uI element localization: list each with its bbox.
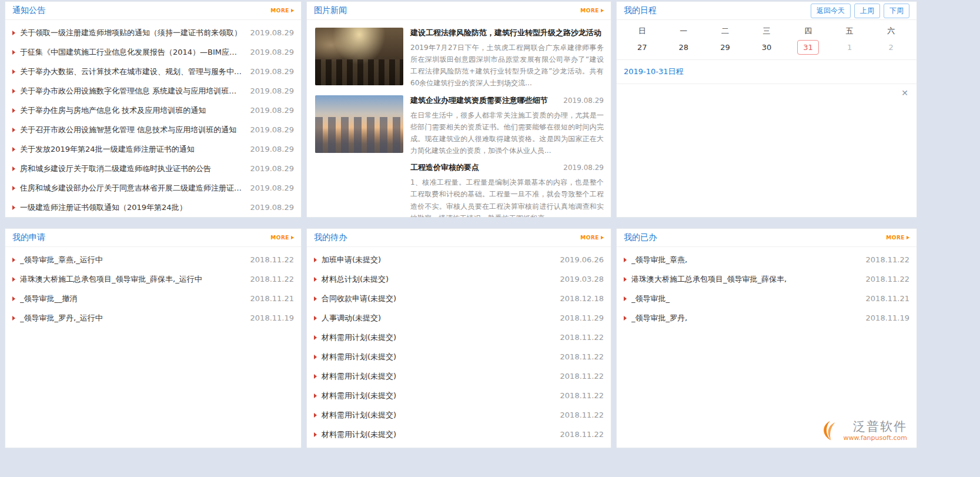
item-arrow-icon — [314, 432, 317, 437]
notice-text[interactable]: 关于举办大数据、云计算技术在城市建设、规划、管理与服务中的应... — [20, 66, 243, 77]
notice-text[interactable]: 关于召开市政公用设施智慧化管理 信息技术与应用培训班的通知 — [20, 125, 243, 135]
done-title: 我的已办 — [624, 232, 657, 243]
calendar-day[interactable]: 1 — [829, 40, 871, 55]
notice-text[interactable]: 关于举办住房与房地产信息化 技术及应用培训班的通知 — [20, 105, 243, 116]
news-item[interactable]: 建筑企业办理建筑资质需要注意哪些细节 2019.08.29 在日常生活中，很多人… — [315, 95, 604, 157]
notice-item[interactable]: 关于发放2019年第24批一级建造师注册证书的通知 2019.08.29 — [12, 139, 294, 159]
item-arrow-icon — [12, 296, 15, 301]
notice-item[interactable]: 关于举办住房与房地产信息化 技术及应用培训班的通知 2019.08.29 — [12, 101, 294, 120]
news-image[interactable] — [315, 28, 403, 85]
todo-date: 2019.03.28 — [560, 275, 604, 283]
application-item[interactable]: _领导审批_罗丹,_运行中 2018.11.19 — [12, 308, 294, 328]
todo-date: 2018.12.18 — [560, 294, 604, 303]
done-item[interactable]: _领导审批_罗丹, 2018.11.19 — [624, 308, 909, 328]
news-more-button[interactable]: MORE — [580, 8, 604, 14]
todo-item[interactable]: 材料需用计划(未提交) 2018.11.22 — [314, 347, 604, 366]
prev-week-button[interactable]: 上周 — [854, 4, 880, 18]
news-item-title[interactable]: 工程造价审核的要点 — [410, 162, 479, 173]
todo-item[interactable]: 材料需用计划(未提交) 2018.11.22 — [314, 366, 604, 386]
application-item[interactable]: _领导审批_章燕,_运行中 2018.11.22 — [12, 250, 294, 269]
calendar-day[interactable]: 31 — [787, 40, 829, 55]
todo-text[interactable]: 材料总计划(未提交) — [322, 274, 553, 285]
notice-text[interactable]: 房和城乡建设厅关于取消二级建造师临时执业证书的公告 — [20, 164, 243, 174]
application-text[interactable]: _领导审批_章燕,_运行中 — [20, 255, 243, 265]
todo-item[interactable]: 材料需用计划(未提交) 2018.11.22 — [314, 425, 604, 444]
notice-item[interactable]: 住房和城乡建设部办公厅关于同意吉林省开展二级建造师注册证书电... 2019.0… — [12, 178, 294, 198]
todo-item[interactable]: 加班申请(未提交) 2019.06.26 — [314, 250, 604, 269]
todo-text[interactable]: 材料需用计划(未提交) — [322, 391, 553, 401]
notice-item[interactable]: 关于举办大数据、云计算技术在城市建设、规划、管理与服务中的应... 2019.0… — [12, 62, 294, 81]
calendar-day[interactable]: 2 — [870, 40, 912, 55]
todo-item[interactable]: 合同收款申请(未提交) 2018.12.18 — [314, 289, 604, 308]
todo-text[interactable]: 材料需用计划(未提交) — [322, 371, 553, 382]
news-title-heading: 图片新闻 — [314, 5, 347, 16]
todo-text[interactable]: 材料需用计划(未提交) — [322, 352, 553, 362]
done-text[interactable]: _领导审批_ — [631, 293, 859, 304]
calendar-day[interactable]: 28 — [663, 40, 705, 55]
notice-text[interactable]: 一级建造师注册证书领取通知（2019年第24批） — [20, 202, 243, 213]
application-text[interactable]: _领导审批_罗丹,_运行中 — [20, 313, 243, 323]
return-today-button[interactable]: 返回今天 — [811, 4, 851, 18]
todo-item[interactable]: 人事调动(未提交) 2018.11.29 — [314, 308, 604, 328]
news-item[interactable]: 工程造价审核的要点 2019.08.29 1、核准工程量。工程量是编制决算最基本… — [315, 162, 604, 218]
done-more-button[interactable]: MORE — [886, 235, 909, 241]
news-item[interactable]: 建设工程法律风险防范，建筑行业转型升级之路沙龙活动 2019年7月27日下午，土… — [315, 28, 604, 89]
news-item-date: 2019.08.29 — [563, 96, 604, 105]
news-item-title[interactable]: 建设工程法律风险防范，建筑行业转型升级之路沙龙活动 — [410, 28, 601, 38]
news-image[interactable] — [315, 95, 403, 153]
news-item-title[interactable]: 建筑企业办理建筑资质需要注意哪些细节 — [410, 95, 548, 106]
todo-text[interactable]: 人事调动(未提交) — [322, 313, 553, 323]
item-arrow-icon — [12, 50, 15, 55]
application-text[interactable]: 港珠澳大桥施工总承包项目_领导审批_薛保丰,_运行中 — [20, 274, 243, 285]
todo-item[interactable]: 材料总计划(未提交) 2019.03.28 — [314, 269, 604, 289]
todo-text[interactable]: 加班申请(未提交) — [322, 255, 553, 265]
notice-item[interactable]: 房和城乡建设厅关于取消二级建造师临时执业证书的公告 2019.08.29 — [12, 159, 294, 178]
next-week-button[interactable]: 下周 — [884, 4, 909, 18]
calendar-day[interactable]: 27 — [621, 40, 663, 55]
notice-date: 2019.08.29 — [250, 184, 294, 192]
notice-date: 2019.08.29 — [250, 28, 294, 37]
done-text[interactable]: _领导审批_章燕, — [631, 255, 859, 265]
application-text[interactable]: _领导审批__撤消 — [20, 293, 243, 304]
item-arrow-icon — [314, 393, 317, 398]
notice-text[interactable]: 关于举办市政公用设施数字化管理信息 系统建设与应用培训班的通知 — [20, 86, 243, 96]
done-item[interactable]: _领导审批_章燕, 2018.11.22 — [624, 250, 909, 269]
notice-text[interactable]: 于征集《中国建筑施工行业信息化发展报告（2014）—BIM应用与发... — [20, 47, 243, 58]
notice-item[interactable]: 于征集《中国建筑施工行业信息化发展报告（2014）—BIM应用与发... 201… — [12, 42, 294, 62]
item-arrow-icon — [314, 277, 317, 282]
todos-more-button[interactable]: MORE — [580, 235, 604, 241]
item-arrow-icon — [314, 374, 317, 379]
more-arrow-icon — [291, 236, 294, 239]
done-text[interactable]: 港珠澳大桥施工总承包项目_领导审批_薛保丰, — [631, 274, 859, 285]
notice-text[interactable]: 住房和城乡建设部办公厅关于同意吉林省开展二级建造师注册证书电... — [20, 183, 243, 194]
notice-item[interactable]: 关于召开市政公用设施智慧化管理 信息技术与应用培训班的通知 2019.08.29 — [12, 120, 294, 139]
todo-text[interactable]: 合同收款申请(未提交) — [322, 293, 553, 304]
notice-text[interactable]: 关于发放2019年第24批一级建造师注册证书的通知 — [20, 144, 243, 155]
notice-item[interactable]: 关于举办市政公用设施数字化管理信息 系统建设与应用培训班的通知 2019.08.… — [12, 81, 294, 101]
notices-more-button[interactable]: MORE — [270, 8, 294, 14]
calendar-day[interactable]: 29 — [704, 40, 746, 55]
done-item[interactable]: 港珠澳大桥施工总承包项目_领导审批_薛保丰, 2018.11.22 — [624, 269, 909, 289]
todo-text[interactable]: 材料需用计划(未提交) — [322, 332, 553, 343]
notice-item[interactable]: 关于领取一级注册建造师增项贴的通知（须持一建证书前来领取） 2019.08.29 — [12, 23, 294, 42]
application-item[interactable]: 港珠澳大桥施工总承包项目_领导审批_薛保丰,_运行中 2018.11.22 — [12, 269, 294, 289]
todo-text[interactable]: 材料需用计划(未提交) — [322, 429, 553, 440]
todo-item[interactable]: 材料需用计划(未提交) 2018.11.22 — [314, 328, 604, 347]
notice-text[interactable]: 关于领取一级注册建造师增项贴的通知（须持一建证书前来领取） — [20, 28, 243, 38]
todo-item[interactable]: 材料需用计划(未提交) 2018.11.22 — [314, 405, 604, 425]
todo-date: 2018.11.22 — [560, 352, 604, 361]
calendar-day[interactable]: 30 — [746, 40, 788, 55]
application-item[interactable]: _领导审批__撤消 2018.11.21 — [12, 289, 294, 308]
item-arrow-icon — [624, 296, 627, 301]
todo-item[interactable]: 材料需用计划(未提交) 2018.11.22 — [314, 386, 604, 405]
todo-date: 2018.11.22 — [560, 430, 604, 439]
close-icon[interactable]: ✕ — [901, 89, 908, 97]
notice-item[interactable]: 一级建造师注册证书领取通知（2019年第24批） 2019.08.29 — [12, 198, 294, 217]
todo-date: 2018.11.22 — [560, 391, 604, 400]
done-item[interactable]: _领导审批_ 2018.11.21 — [624, 289, 909, 308]
todo-text[interactable]: 材料需用计划(未提交) — [322, 410, 553, 421]
notice-date: 2019.08.29 — [250, 67, 294, 76]
applications-more-button[interactable]: MORE — [270, 235, 294, 241]
done-text[interactable]: _领导审批_罗丹, — [631, 313, 859, 323]
news-image[interactable] — [315, 162, 403, 163]
